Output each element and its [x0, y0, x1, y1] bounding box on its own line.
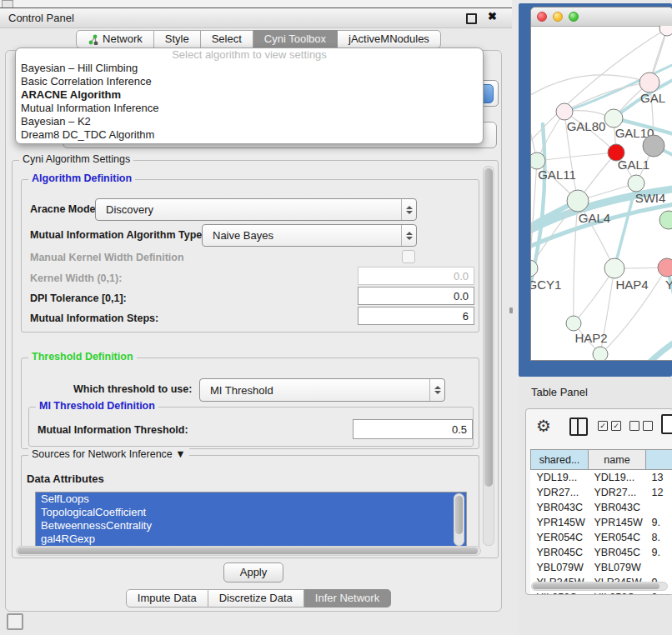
network-edge[interactable]	[537, 152, 616, 161]
table-cell[interactable]: 9.	[645, 545, 672, 560]
mi-steps-field[interactable]: 6	[358, 307, 474, 325]
table-cell[interactable]: 13	[645, 470, 672, 486]
which-threshold-combo[interactable]: MI Threshold	[199, 378, 445, 402]
network-node-hap2[interactable]	[566, 316, 581, 331]
window-minimize-light[interactable]	[553, 12, 563, 22]
table-cell[interactable]: YER054C	[588, 530, 645, 545]
panel-splitter[interactable]	[512, 0, 519, 635]
table-cell[interactable]: 12	[645, 485, 672, 500]
manual-kernel-checkbox[interactable]	[402, 250, 415, 263]
columns-icon[interactable]	[569, 418, 588, 436]
tab-impute-data[interactable]: Impute Data	[126, 589, 208, 608]
table-cell[interactable]: YBL079W	[531, 560, 589, 575]
tab-style[interactable]: Style	[154, 30, 201, 48]
table-cell[interactable]	[645, 560, 672, 575]
close-icon[interactable]: ✖	[488, 10, 497, 22]
network-node-gal80[interactable]	[556, 103, 573, 120]
data-attribute-item[interactable]: SelfLoops	[36, 492, 466, 506]
table-row[interactable]: YBR045CYBR045C9.	[531, 545, 672, 560]
apply-button[interactable]: Apply	[223, 562, 283, 582]
network-node[interactable]	[643, 135, 664, 157]
table-cell[interactable]: YBL079W	[588, 560, 645, 575]
settings-vscroll-thumb[interactable]	[484, 168, 493, 487]
table-cell[interactable]: YDL19...	[588, 470, 645, 486]
table-cell[interactable]: 8.	[645, 530, 672, 545]
table-hscroll-thumb[interactable]	[533, 583, 659, 589]
table-row[interactable]: YER054CYER054C8.	[531, 530, 672, 545]
network-edge[interactable]	[531, 75, 649, 101]
table-cell[interactable]: YPR145W	[531, 515, 589, 530]
table-cell[interactable]	[645, 500, 672, 515]
table-column-header[interactable]	[645, 450, 672, 470]
network-edge[interactable]	[531, 101, 537, 161]
deselect-all-columns-icon[interactable]	[629, 421, 653, 431]
table-cell[interactable]: YDR27...	[588, 485, 645, 500]
network-node-gal4[interactable]	[567, 190, 589, 212]
mi-type-combo[interactable]: Naive Bayes	[202, 224, 417, 247]
window-zoom-light[interactable]	[569, 12, 579, 22]
data-attribute-item[interactable]: BetweennessCentrality	[36, 519, 466, 532]
table-cell[interactable]: YDR27...	[531, 485, 589, 500]
table-cell[interactable]: YPR145W	[588, 515, 645, 530]
table-column-header[interactable]: shared...	[531, 450, 589, 470]
collapse-arrow-icon[interactable]: ▼	[175, 448, 185, 460]
attr-list-scroll-thumb[interactable]	[455, 496, 463, 534]
table-horizontal-scrollbar[interactable]	[531, 582, 668, 591]
network-canvas[interactable]: GALGAL80GAL10GAL1GAL11SWI4GAL4GCY1HAP4YH…	[531, 26, 672, 360]
table-cell[interactable]: YBR043C	[531, 500, 589, 515]
mi-threshold-field[interactable]: 0.5	[353, 419, 473, 439]
table-row[interactable]: YPR145WYPR145W9.	[531, 515, 672, 530]
network-node-gal11[interactable]	[531, 152, 545, 169]
splitter-handle[interactable]	[509, 308, 513, 313]
select-all-columns-icon[interactable]: ✓ ✓	[598, 421, 621, 431]
tab-cyni-toolbox[interactable]: Cyni Toolbox	[253, 30, 338, 48]
network-node-swi4[interactable]	[628, 175, 644, 192]
tab-network[interactable]: Network	[76, 30, 154, 48]
aracne-mode-combo[interactable]: Discovery	[95, 198, 417, 221]
settings-horizontal-scrollbar[interactable]	[16, 546, 481, 556]
table-row[interactable]: YBR043CYBR043C	[531, 500, 672, 515]
algorithm-option[interactable]: Basic Correlation Inference	[16, 75, 483, 88]
network-node-hap4[interactable]	[604, 258, 624, 278]
new-table-icon[interactable]	[661, 414, 672, 434]
algorithm-option[interactable]: Dream8 DC_TDC Algorithm	[16, 128, 483, 142]
algorithm-option[interactable]: Bayesian – K2	[16, 115, 483, 128]
kernel-width-field[interactable]: 0.0	[358, 267, 474, 285]
tab-infer-network[interactable]: Infer Network	[304, 589, 391, 608]
network-edge[interactable]	[629, 336, 672, 360]
algorithm-option[interactable]: Bayesian – Hill Climbing	[16, 62, 483, 75]
network-node-y[interactable]	[658, 258, 672, 277]
table-row[interactable]: YDL19...YDL19...13	[531, 470, 672, 486]
panel-toggle-icon[interactable]	[7, 613, 23, 630]
settings-hscroll-thumb[interactable]	[18, 548, 478, 554]
table-cell[interactable]: YBR043C	[588, 500, 645, 515]
table-row[interactable]: YBL079WYBL079W	[531, 560, 672, 575]
table-cell[interactable]: YER054C	[531, 530, 589, 545]
dpi-tolerance-field[interactable]: 0.0	[358, 287, 474, 305]
table-cell[interactable]: YDL19...	[531, 470, 589, 486]
network-node-gal10[interactable]	[604, 109, 623, 128]
tab-jactivemnodules[interactable]: jActiveMNodules	[338, 30, 441, 48]
settings-vertical-scrollbar[interactable]	[483, 166, 494, 546]
network-node[interactable]	[659, 211, 672, 229]
table-cell[interactable]: YBR045C	[531, 545, 589, 560]
table-cell[interactable]: YBR045C	[588, 545, 645, 560]
table-cell[interactable]: 9.	[645, 515, 672, 530]
data-attribute-item[interactable]: TopologicalCoefficient	[36, 506, 466, 519]
tab-select[interactable]: Select	[201, 30, 253, 48]
network-window-titlebar[interactable]	[531, 8, 672, 27]
network-edge[interactable]	[574, 201, 578, 323]
table-row[interactable]: YDR27...YDR27...12	[531, 485, 672, 500]
network-node[interactable]	[659, 26, 672, 36]
attr-list-scrollbar[interactable]	[454, 493, 464, 546]
network-node[interactable]	[593, 347, 608, 360]
network-node-gal[interactable]	[639, 72, 659, 92]
float-window-icon[interactable]	[466, 13, 477, 24]
algorithm-option[interactable]: Mutual Information Inference	[16, 102, 483, 115]
algorithm-option[interactable]: ARACNE Algorithm	[16, 88, 483, 102]
window-close-light[interactable]	[537, 12, 547, 22]
table-column-header[interactable]: name	[588, 450, 645, 470]
gear-icon[interactable]: ⚙	[536, 416, 551, 436]
data-attribute-item[interactable]: gal4RGexp	[36, 532, 466, 546]
tab-discretize-data[interactable]: Discretize Data	[208, 589, 304, 608]
